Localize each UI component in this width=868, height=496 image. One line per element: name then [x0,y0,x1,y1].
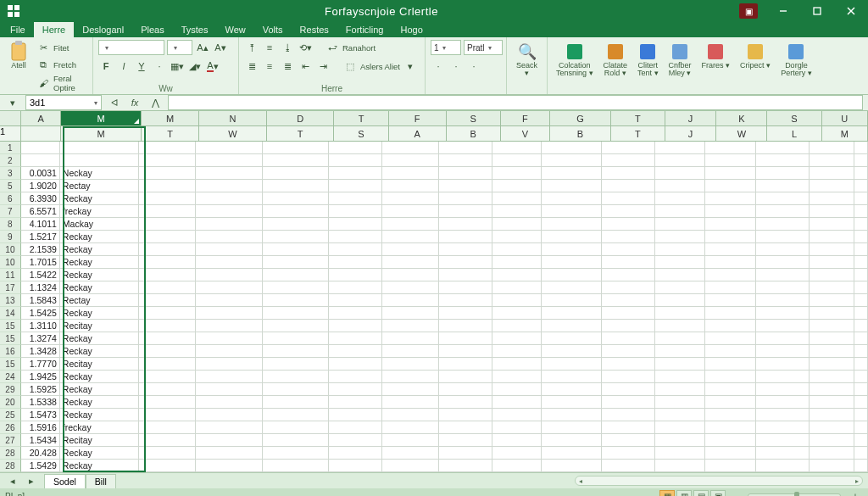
cell[interactable] [329,192,382,205]
search-button[interactable]: 🔍 Seack ▾ [512,40,542,80]
cell[interactable] [602,180,655,192]
cell[interactable] [705,192,755,205]
column-header[interactable]: J [665,111,716,125]
cell[interactable] [329,358,382,371]
cell[interactable] [439,345,492,358]
cell[interactable] [329,460,382,472]
cell[interactable] [756,371,810,383]
cell[interactable] [439,421,492,434]
cell[interactable] [542,460,602,472]
cell[interactable] [854,256,868,269]
cell[interactable] [439,167,492,180]
cell[interactable] [139,332,196,345]
cell[interactable]: 1.3274 [21,332,60,345]
cell[interactable] [382,409,439,421]
cell[interactable] [196,358,262,371]
cell[interactable] [492,294,541,307]
cell[interactable] [655,358,705,371]
row-header[interactable]: 15 [0,332,21,345]
cell[interactable] [542,409,602,421]
cell[interactable] [196,434,262,447]
cell[interactable] [655,371,705,383]
row-header[interactable]: 13 [0,294,21,307]
cell[interactable] [263,383,329,396]
cell[interactable] [492,447,541,460]
column-header[interactable]: A [21,111,61,125]
sheet-nav-next-icon[interactable]: ▸ [24,473,39,488]
cell[interactable] [655,345,705,358]
cell[interactable] [439,192,492,205]
cell[interactable] [602,294,655,307]
cell[interactable] [756,396,810,409]
cell[interactable]: 1.5473 [21,409,60,421]
cell[interactable] [655,142,705,154]
cell[interactable] [542,358,602,371]
cell[interactable] [139,358,196,371]
ribbon-tab-tystes[interactable]: Tystes [173,22,217,37]
cell[interactable] [705,243,755,256]
cell[interactable] [139,371,196,383]
cell[interactable] [756,231,810,243]
cell[interactable] [655,396,705,409]
font-size-combo[interactable]: ▾ [167,40,192,55]
cell[interactable]: 6.5571 [21,205,60,218]
cell[interactable] [196,332,262,345]
ribbon-tab-forticling[interactable]: Forticling [337,22,392,37]
font-name-combo[interactable]: ▾ [98,40,164,55]
cell[interactable] [263,307,329,320]
cell[interactable] [655,320,705,332]
ribbon-big-button[interactable]: DorglePertery ▾ [777,40,815,80]
cell[interactable] [756,142,810,154]
cell[interactable] [705,358,755,371]
font-color-icon[interactable]: A▾ [205,59,220,74]
cell[interactable] [139,180,196,192]
cell[interactable] [492,396,541,409]
column-header[interactable]: T [142,126,199,141]
cell[interactable] [705,218,755,231]
cell[interactable] [810,167,855,180]
cell[interactable] [139,320,196,332]
cell[interactable] [139,256,196,269]
row-header[interactable]: 24 [0,371,21,383]
copy-icon[interactable]: ⧉ [36,57,51,72]
cell[interactable] [382,396,439,409]
cell[interactable] [810,383,855,396]
cell[interactable] [655,269,705,281]
cell[interactable] [655,307,705,320]
ribbon-tab-hogo[interactable]: Hogo [392,22,431,37]
align-left-icon[interactable]: ≣ [244,59,259,74]
ribbon-big-button[interactable]: ColcationTensning ▾ [553,40,597,80]
cell[interactable] [854,332,868,345]
cell[interactable] [382,192,439,205]
cell[interactable] [705,281,755,294]
cell[interactable] [329,396,382,409]
decrease-font-icon[interactable]: A▾ [213,40,228,55]
cell[interactable] [655,383,705,396]
column-header[interactable] [21,126,61,141]
cell[interactable] [655,332,705,345]
row-header[interactable]: 14 [0,307,21,320]
cell[interactable] [196,243,262,256]
cell[interactable]: Reckay [60,447,140,460]
cell[interactable] [263,154,329,167]
cell[interactable] [602,256,655,269]
column-header[interactable]: D [267,111,335,125]
bold-icon[interactable]: F [98,59,114,74]
cell[interactable] [329,243,382,256]
row-header[interactable]: 10 [0,256,21,269]
ribbon-big-button[interactable]: CnfberMley ▾ [665,40,695,80]
cell[interactable] [756,281,810,294]
cell[interactable] [263,434,329,447]
wrap-text-icon[interactable]: ⮐ [325,40,340,55]
cell[interactable]: Reckay [60,269,140,281]
indent-dec-icon[interactable]: ⇤ [298,59,313,74]
cell[interactable] [439,269,492,281]
cell[interactable] [439,383,492,396]
row-header[interactable]: 15 [0,358,21,371]
cell[interactable] [329,218,382,231]
cell[interactable] [263,447,329,460]
cell[interactable] [329,269,382,281]
row-header[interactable]: 1 [0,142,21,154]
cell[interactable] [705,269,755,281]
cell[interactable] [263,205,329,218]
